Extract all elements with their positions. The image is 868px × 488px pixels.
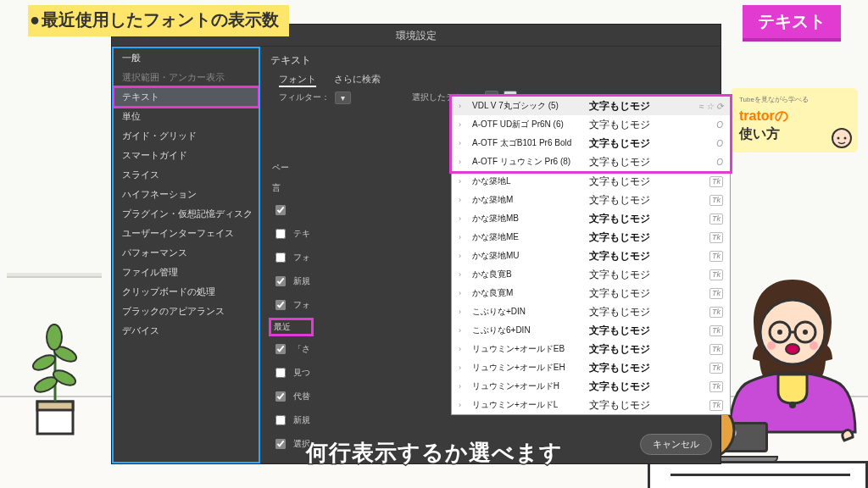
font-name: A-OTF UD新ゴ Pr6N (6)	[472, 119, 582, 130]
sidebar-item[interactable]: 単位	[114, 107, 259, 126]
svg-point-2	[844, 137, 847, 140]
section-label: テキスト	[743, 5, 841, 42]
text-option[interactable]: 見つ	[272, 365, 310, 380]
text-option[interactable]: 言	[272, 182, 310, 194]
font-name: かな築地MB	[472, 213, 582, 225]
text-option[interactable]: 新規	[272, 274, 310, 289]
option-checkbox[interactable]	[275, 300, 286, 310]
font-row-tail: Tk	[689, 214, 723, 225]
expand-arrow-icon: ›	[459, 102, 465, 110]
font-row[interactable]: ›リュウミン+オールドEB文字もじモジTk	[452, 340, 730, 358]
font-row[interactable]: ›VDL V 7丸ゴシック (5)文字もじモジ≈ ☆ ⟳	[452, 97, 730, 115]
font-row-tail: Tk	[689, 195, 723, 206]
font-sample: 文字もじモジ	[589, 342, 682, 357]
font-sample: 文字もじモジ	[589, 230, 682, 245]
option-checkbox[interactable]	[275, 276, 286, 286]
text-option[interactable]: フォ	[272, 297, 310, 313]
svg-point-17	[786, 344, 799, 354]
card-line1: tratorの	[739, 108, 788, 123]
text-option[interactable]: テキ	[272, 226, 310, 241]
text-option[interactable]: 新規	[272, 413, 310, 428]
font-row-tail: Tk	[689, 381, 723, 392]
text-option[interactable]: 「さ	[272, 341, 310, 357]
font-row-tail: O	[689, 139, 723, 148]
text-option[interactable]: ペー	[272, 162, 310, 174]
text-option[interactable]: フォ	[272, 250, 310, 265]
sidebar-item[interactable]: スライス	[114, 165, 259, 185]
font-sample: 文字もじモジ	[589, 286, 682, 301]
sidebar-item[interactable]: クリップボードの処理	[114, 282, 259, 302]
option-checkbox[interactable]	[275, 368, 286, 378]
font-row[interactable]: ›リュウミン+オールドEH文字もじモジTk	[452, 358, 730, 377]
font-row-tail: Tk	[689, 269, 723, 280]
sidebar-item[interactable]: ユーザーインターフェイス	[114, 224, 259, 243]
tab-more[interactable]: さらに検索	[334, 74, 381, 84]
text-option[interactable]	[272, 202, 310, 218]
svg-point-18	[767, 341, 776, 350]
font-row[interactable]: ›かな築地ME文字もじモジTk	[452, 228, 730, 247]
option-checkbox[interactable]	[275, 415, 286, 425]
svg-rect-4	[37, 402, 73, 410]
filter-all[interactable]: ▾	[335, 92, 351, 104]
sidebar-item[interactable]: パフォーマンス	[114, 243, 259, 263]
text-option[interactable]: 代替	[272, 389, 310, 404]
font-row-tail: Tk	[689, 251, 723, 262]
font-name: かな築地ME	[472, 231, 582, 243]
option-checkbox[interactable]	[275, 205, 286, 215]
cancel-button[interactable]: キャンセル	[640, 434, 712, 455]
option-checkbox[interactable]	[275, 344, 286, 354]
sidebar-item[interactable]: スマートガイド	[114, 146, 259, 165]
font-name: かな良寛B	[472, 269, 582, 280]
sidebar-item[interactable]: ブラックのアピアランス	[114, 302, 259, 321]
font-name: こぶりな+DIN	[472, 306, 582, 318]
option-checkbox[interactable]	[275, 229, 286, 239]
font-row[interactable]: ›リュウミン+オールドL文字もじモジTk	[452, 396, 730, 414]
sidebar-item[interactable]: テキスト	[114, 87, 259, 107]
filter-label: フィルター：	[279, 92, 330, 103]
sidebar-item[interactable]: ガイド・グリッド	[114, 126, 259, 146]
font-row[interactable]: ›A-OTF 太ゴB101 Pr6 Bold文字もじモジO	[452, 134, 730, 152]
option-checkbox[interactable]	[275, 391, 286, 402]
text-option[interactable]: 最近	[272, 321, 310, 333]
option-checkbox[interactable]	[275, 252, 286, 263]
font-sample: 文字もじモジ	[589, 305, 682, 319]
font-row[interactable]: ›かな築地M文字もじモジTk	[452, 191, 730, 209]
sidebar-item[interactable]: ファイル管理	[114, 263, 259, 282]
preferences-main-panel: テキスト フォント さらに検索 フィルター： ▾ 選択したテキスト ペー言テキフ…	[260, 47, 721, 463]
font-sample: 文字もじモジ	[589, 324, 682, 338]
font-row[interactable]: ›リュウミン+オールドH文字もじモジTk	[452, 377, 730, 396]
font-row[interactable]: ›かな良寛M文字もじモジTk	[452, 284, 730, 302]
recent-fonts-section: ›VDL V 7丸ゴシック (5)文字もじモジ≈ ☆ ⟳›A-OTF UD新ゴ …	[452, 97, 730, 171]
sidebar-item[interactable]: ハイフネーション	[114, 185, 259, 204]
text-option[interactable]: 選択	[272, 436, 310, 452]
font-row[interactable]: ›かな築地MB文字もじモジTk	[452, 209, 730, 228]
font-row[interactable]: ›こぶりな6+DIN文字もじモジTk	[452, 321, 730, 340]
svg-point-8	[31, 352, 57, 374]
font-name: かな築地L	[472, 175, 582, 187]
sidebar-item[interactable]: プラグイン・仮想記憶ディスク	[114, 204, 259, 224]
font-name: VDL V 7丸ゴシック (5)	[472, 100, 582, 112]
desk-table	[648, 461, 868, 488]
font-row[interactable]: ›かな良寛B文字もじモジTk	[452, 265, 730, 284]
font-row-tail: O	[689, 158, 723, 167]
option-checkbox[interactable]	[275, 439, 286, 449]
font-row-tail: Tk	[689, 344, 723, 355]
expand-arrow-icon: ›	[459, 270, 465, 279]
tab-font[interactable]: フォント	[279, 74, 316, 87]
font-row[interactable]: ›こぶりな+DIN文字もじモジTk	[452, 302, 730, 321]
font-sample: 文字もじモジ	[589, 398, 682, 413]
svg-point-20	[789, 402, 796, 408]
font-row[interactable]: ›A-OTF リュウミン Pr6 (8)文字もじモジO	[452, 152, 730, 171]
expand-arrow-icon: ›	[459, 120, 465, 129]
page-title-pill: 最近使用したフォントの表示数	[28, 5, 289, 36]
font-row[interactable]: ›かな築地L文字もじモジTk	[452, 172, 730, 191]
svg-point-0	[832, 129, 851, 147]
font-row[interactable]: ›かな築地MU文字もじモジTk	[452, 247, 730, 265]
sidebar-item[interactable]: デバイス	[114, 321, 259, 341]
sidebar-item[interactable]: 選択範囲・アンカー表示	[114, 68, 259, 87]
expand-arrow-icon: ›	[459, 252, 465, 260]
sidebar-item[interactable]: 一般	[114, 48, 259, 68]
font-row[interactable]: ›A-OTF UD新ゴ Pr6N (6)文字もじモジO	[452, 115, 730, 134]
panel-heading: テキスト	[270, 53, 710, 68]
font-row-tail: Tk	[689, 176, 723, 187]
